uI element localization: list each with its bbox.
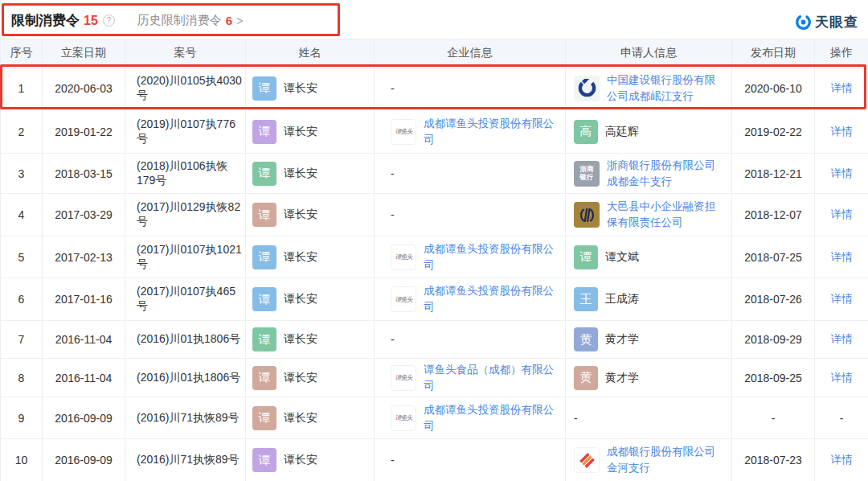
cell-action: 详情 xyxy=(815,278,868,321)
cell-case-number: (2020)川0105执4030号 xyxy=(125,67,246,110)
company-link[interactable]: 成都谭鱼头投资股份有限公司 xyxy=(424,241,559,273)
applicant-avatar: 王 xyxy=(574,287,598,311)
cell-applicant-info: 大邑县中小企业融资担保有限责任公司 xyxy=(566,194,732,236)
detail-link[interactable]: 详情 xyxy=(831,208,853,220)
cell-filing-date: 2016-11-04 xyxy=(43,359,125,397)
brand-logo[interactable]: 天眼查 xyxy=(795,13,858,31)
tanyutou-logo: 谭鱼头 xyxy=(391,405,416,431)
detail-link[interactable]: 详情 xyxy=(831,333,853,345)
cell-serial: 8 xyxy=(1,359,43,397)
table-row: 22019-01-22(2019)川0107执776号谭谭长安谭鱼头成都谭鱼头投… xyxy=(1,110,868,154)
cell-publish-date: 2020-06-10 xyxy=(732,67,815,110)
tanyutou-logo: 谭鱼头 xyxy=(391,119,416,145)
person-wrap: 谭谭长安 xyxy=(252,203,374,227)
company-link[interactable]: 成都谭鱼头投资股份有限公司 xyxy=(424,116,559,147)
tanyutou-logo: 谭鱼头 xyxy=(391,286,416,312)
table-row: 62017-01-16(2017)川0107执465号谭谭长安谭鱼头成都谭鱼头投… xyxy=(1,278,868,321)
cell-case-number: (2016)川71执恢89号 xyxy=(125,397,246,439)
cell-action: 详情 xyxy=(815,194,868,236)
cell-applicant-info: 浙商银行浙商银行股份有限公司成都金牛支行 xyxy=(566,154,732,194)
column-header-2: 案号 xyxy=(125,39,246,67)
company-wrap: 谭鱼头成都谭鱼头投资股份有限公司 xyxy=(391,402,559,434)
applicant-company-link[interactable]: 大邑县中小企业融资担保有限责任公司 xyxy=(607,199,725,230)
table-row: 82016-11-04(2016)川01执1806号谭谭长安谭鱼头谭鱼头食品（成… xyxy=(1,359,868,397)
detail-link[interactable]: 详情 xyxy=(831,251,853,263)
tianyancha-eye-icon xyxy=(795,14,812,31)
restriction-orders-table: 序号立案日期案号姓名企业信息申请人信息发布日期操作 12020-06-03(20… xyxy=(0,39,868,481)
person-name: 谭长安 xyxy=(284,453,317,467)
cell-action: 详情 xyxy=(815,439,868,481)
cell-case-number: (2017)川0129执恢82号 xyxy=(125,194,246,236)
applicant-wrap: 谭谭文斌 xyxy=(574,245,725,269)
detail-link[interactable]: 详情 xyxy=(831,293,853,305)
column-header-3: 姓名 xyxy=(246,39,375,67)
cell-case-number: (2016)川01执1806号 xyxy=(125,321,246,359)
applicant-company-link[interactable]: 浙商银行股份有限公司成都金牛支行 xyxy=(607,158,725,189)
detail-link[interactable]: 详情 xyxy=(831,372,853,384)
column-header-6: 发布日期 xyxy=(732,39,815,67)
table-row: 92016-09-09(2016)川71执恢89号谭谭长安谭鱼头成都谭鱼头投资股… xyxy=(1,397,868,439)
applicant-company-link[interactable]: 中国建设银行股份有限公司成都岷江支行 xyxy=(607,72,725,104)
cell-company-info: 谭鱼头成都谭鱼头投资股份有限公司 xyxy=(375,110,566,154)
cell-action: 详情 xyxy=(815,321,868,359)
cell-company-info: - xyxy=(375,439,566,481)
applicant-wrap: 浙商银行浙商银行股份有限公司成都金牛支行 xyxy=(574,158,725,189)
cell-publish-date: 2018-07-25 xyxy=(732,236,815,278)
history-link-label: 历史限制消费令 xyxy=(137,13,222,28)
person-avatar: 谭 xyxy=(252,406,276,430)
applicant-name: 黄才学 xyxy=(605,371,639,385)
cell-person-name: 谭谭长安 xyxy=(246,397,375,439)
cell-filing-date: 2017-02-13 xyxy=(43,236,125,278)
company-link[interactable]: 成都谭鱼头投资股份有限公司 xyxy=(424,402,559,434)
person-wrap: 谭谭长安 xyxy=(252,245,374,269)
cell-publish-date: 2018-07-23 xyxy=(732,439,815,481)
company-link[interactable]: 成都谭鱼头投资股份有限公司 xyxy=(424,283,559,314)
cell-case-number: (2016)川71执恢89号 xyxy=(125,439,246,481)
person-name: 谭长安 xyxy=(284,371,317,385)
detail-link[interactable]: 详情 xyxy=(831,125,853,138)
company-wrap: 谭鱼头成都谭鱼头投资股份有限公司 xyxy=(391,283,559,314)
tanyutou-logo: 谭鱼头 xyxy=(391,365,416,391)
applicant-name: 黄才学 xyxy=(605,332,639,347)
help-icon[interactable]: ? xyxy=(103,14,115,27)
cell-serial: 9 xyxy=(1,397,43,439)
applicant-avatar: 黄 xyxy=(574,366,598,390)
table-row: 42017-03-29(2017)川0129执恢82号谭谭长安-大邑县中小企业融… xyxy=(1,194,868,236)
column-header-1: 立案日期 xyxy=(43,39,125,67)
person-wrap: 谭谭长安 xyxy=(252,448,374,472)
cell-case-number: (2017)川0107执465号 xyxy=(125,278,246,321)
zheshang-bank-logo: 浙商银行 xyxy=(574,161,600,187)
cell-serial: 6 xyxy=(1,278,43,321)
table-row: 32018-03-15(2018)川0106执恢179号谭谭长安-浙商银行浙商银… xyxy=(1,154,868,194)
detail-link[interactable]: 详情 xyxy=(831,82,853,94)
cell-company-info: 谭鱼头成都谭鱼头投资股份有限公司 xyxy=(375,236,566,278)
cell-company-info: - xyxy=(375,154,566,194)
cell-action: 详情 xyxy=(815,110,868,154)
detail-link[interactable]: 详情 xyxy=(831,454,853,466)
cell-company-info: 谭鱼头成都谭鱼头投资股份有限公司 xyxy=(375,278,566,321)
person-avatar: 谭 xyxy=(252,245,276,269)
company-link[interactable]: 谭鱼头食品（成都）有限公司 xyxy=(424,362,559,393)
detail-link[interactable]: 详情 xyxy=(831,167,853,179)
cell-person-name: 谭谭长安 xyxy=(246,278,375,321)
cell-applicant-info: - xyxy=(566,397,732,439)
consumption-restriction-page: 限制消费令 15 ? 历史限制消费令 6 > 天眼查 序号立案日期案号姓名企业信… xyxy=(0,0,868,481)
history-restriction-link[interactable]: 历史限制消费令 6 > xyxy=(137,13,244,28)
cell-filing-date: 2018-03-15 xyxy=(43,154,125,194)
cell-person-name: 谭谭长安 xyxy=(246,321,375,359)
ccb-bank-logo xyxy=(574,76,600,101)
cell-action: - xyxy=(815,397,868,439)
person-avatar: 谭 xyxy=(252,120,276,144)
applicant-avatar: 高 xyxy=(574,120,598,144)
cell-serial: 1 xyxy=(1,67,43,110)
person-wrap: 谭谭长安 xyxy=(252,366,374,390)
person-avatar: 谭 xyxy=(252,327,276,352)
history-count-badge: 6 xyxy=(226,14,232,27)
cell-applicant-info: 王王成涛 xyxy=(566,278,732,321)
applicant-company-link[interactable]: 成都银行股份有限公司金河支行 xyxy=(607,444,725,475)
cell-filing-date: 2016-09-09 xyxy=(43,439,125,481)
cell-publish-date: 2018-07-26 xyxy=(732,278,815,321)
cell-case-number: (2019)川0107执776号 xyxy=(125,110,246,154)
cell-applicant-info: 谭谭文斌 xyxy=(566,236,732,278)
column-header-4: 企业信息 xyxy=(375,39,566,67)
